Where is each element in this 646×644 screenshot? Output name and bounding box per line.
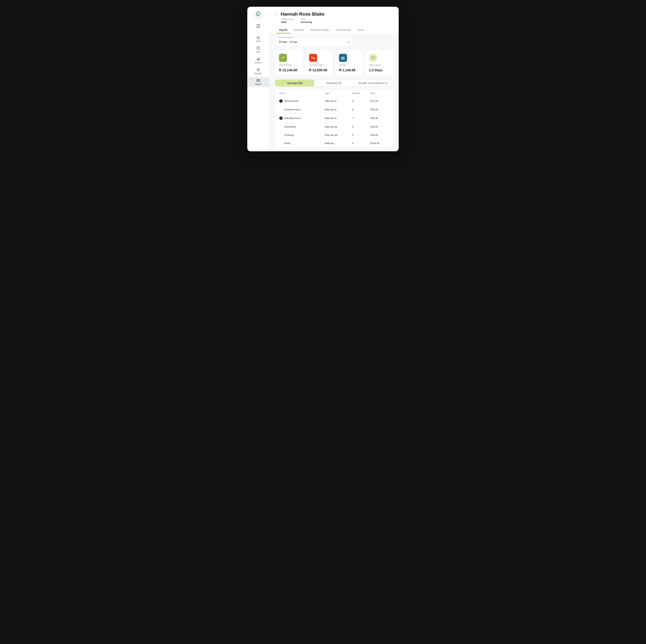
sidebar-item-payroll[interactable]: Payroll (247, 77, 269, 87)
row-name-cell: Overtime Hours (279, 108, 325, 111)
svg-rect-16 (256, 79, 259, 82)
row-type: Rate per hr (325, 108, 352, 111)
total-deductions-value: R 12,000.00 (309, 68, 329, 72)
row-rate: R100.00 (370, 142, 389, 145)
pay-run-select[interactable]: 30 Mar - 12 Apr ▾ (279, 40, 349, 43)
trending-down-icon-container (309, 54, 317, 62)
net-total-label: Net total (339, 64, 359, 66)
col-rate: Rate (370, 92, 389, 95)
svg-rect-24 (372, 58, 373, 59)
total-deductions-label: Total Deductions (309, 64, 329, 66)
row-quantity: 5 (352, 134, 370, 136)
total-earnings-value: R 13,140.68 (279, 68, 299, 72)
col-quantity: Quantity (352, 92, 370, 95)
hamburger-menu[interactable] (255, 23, 261, 29)
team-value: Harvesting (301, 21, 312, 23)
bank-icon-container (339, 54, 347, 62)
tab-leave[interactable]: Leave (354, 27, 367, 33)
employee-no-label: Employee No. (281, 18, 294, 20)
card-net-total: Net total R 1,140.68 (335, 50, 363, 76)
pay-run-selector[interactable]: Select a pay run 30 Mar - 12 Apr ▾ (275, 38, 353, 46)
main-content: ← Hannah Rose Blake Employee No. E008 Te… (269, 7, 399, 151)
employee-meta: Employee No. E008 Team Harvesting (281, 18, 393, 23)
tab-employee-details[interactable]: Employee Details (307, 27, 332, 33)
row-quantity: 4 (352, 142, 370, 145)
warning-icon: ! (279, 99, 283, 103)
tabs: Payroll Overrides Employee Details Activ… (276, 27, 393, 33)
nav-items: Dash Data Reports (247, 34, 269, 87)
net-total-value: R 1,140.68 (339, 68, 359, 72)
tab-payroll[interactable]: Payroll (276, 27, 291, 33)
row-name-cell: ! Normal Hours (279, 99, 325, 103)
sidebar-item-label-data: Data (256, 51, 260, 53)
row-quantity: 9 (352, 100, 370, 102)
trending-down-icon (311, 55, 315, 60)
card-annual-leave: Annual leave 1.2 Days (365, 50, 393, 76)
sub-tab-earnings[interactable]: Earnings (10) (276, 80, 314, 87)
logo[interactable] (254, 10, 263, 19)
svg-point-2 (257, 13, 259, 15)
tab-overrides[interactable]: Overrides (291, 27, 308, 33)
sub-tab-benefits[interactable]: Benefits & Contributions (2) (354, 80, 393, 87)
pay-run-value: 30 Mar - 12 Apr (279, 40, 297, 43)
sidebar-item-data[interactable]: Data (247, 45, 269, 55)
employee-no-value: E008 (281, 21, 286, 23)
table-header: Name ↓ Type Quantity Rate (275, 90, 393, 97)
document-icon (256, 46, 260, 50)
row-name-cell: Cleaning (279, 134, 325, 136)
svg-point-17 (258, 80, 259, 81)
sidebar-item-label-manage: Manage (254, 72, 262, 75)
pay-run-label: Select a pay run (278, 36, 294, 39)
row-type: Rate per kg (325, 125, 352, 128)
table-row: Fixed... Rate per... 4 R100.00 (275, 139, 393, 147)
payroll-icon (256, 79, 260, 82)
card-total-earnings: Total Earnings R 13,140.68 (275, 50, 303, 76)
earnings-table: Name ↓ Type Quantity Rate (275, 90, 393, 147)
summary-cards: Total Earnings R 13,140.68 Total Deducti… (275, 50, 393, 76)
team-label: Team (301, 18, 312, 20)
sub-tab-deductions[interactable]: Deductions (6) (314, 80, 353, 87)
warning-icon: ! (279, 117, 283, 120)
row-rate: R34.00 (370, 108, 389, 111)
employee-no-meta: Employee No. E008 (281, 18, 294, 23)
bar-chart-icon (256, 57, 260, 61)
table-row: Cleaning Rate per qty 5 R50.00 (275, 131, 393, 139)
svg-rect-8 (258, 58, 258, 60)
row-rate: R38.00 (370, 117, 389, 120)
header-section: ← Hannah Rose Blake Employee No. E008 Te… (269, 7, 399, 34)
sidebar: Dash Data Reports (247, 7, 269, 151)
table-row: Harvesting Rate per kg 6 R20.00 (275, 123, 393, 131)
row-name-cell: Fixed... (279, 142, 325, 145)
sidebar-item-dash[interactable]: Dash (247, 34, 269, 44)
sub-tabs: Earnings (10) Deductions (6) Benefits & … (275, 80, 393, 87)
row-quantity: 7 (352, 117, 370, 120)
team-meta: Team Harvesting (301, 18, 312, 23)
app-container: Dash Data Reports (247, 7, 399, 151)
back-title-row: ← Hannah Rose Blake (275, 11, 393, 17)
row-type: Rate per... (325, 142, 352, 145)
row-type: Rate per hr (325, 117, 352, 120)
svg-point-15 (257, 70, 258, 71)
row-rate: R20.00 (370, 125, 389, 128)
bank-icon (341, 55, 345, 60)
sidebar-item-label-payroll: Payroll (255, 83, 261, 86)
svg-rect-7 (257, 59, 257, 60)
annual-leave-label: Annual leave (369, 64, 389, 66)
back-button[interactable]: ← (275, 12, 279, 16)
sidebar-item-label-dash: Dash (256, 40, 260, 42)
col-type: Type (325, 92, 352, 95)
employee-name: Hannah Rose Blake (281, 11, 325, 17)
row-quantity: 6 (352, 125, 370, 128)
row-name-cell: Harvesting (279, 125, 325, 128)
table-row: ! Saturday Hours Rate per hr 7 R38.00 (275, 114, 393, 123)
trending-up-icon (281, 55, 285, 60)
svg-point-13 (257, 69, 258, 69)
sort-arrow-icon[interactable]: ↓ (286, 92, 287, 94)
sidebar-item-reports[interactable]: Reports (247, 55, 269, 66)
tab-active-periods[interactable]: Active Periods (332, 27, 354, 33)
sidebar-item-manage[interactable]: Manage (247, 66, 269, 76)
annual-leave-value: 1.2 Days (369, 68, 389, 72)
row-quantity: 8 (352, 108, 370, 111)
row-rate: R50.00 (370, 134, 389, 136)
trending-up-icon-container (279, 54, 287, 62)
